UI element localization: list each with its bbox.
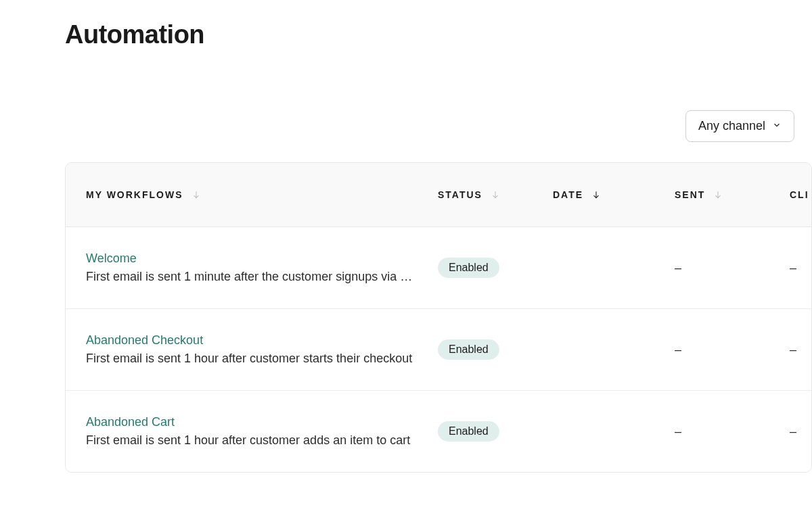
table-row: Abandoned Checkout First email is sent 1… xyxy=(66,309,811,391)
column-header-text: MY WORKFLOWS xyxy=(86,189,183,200)
sent-cell: – xyxy=(675,343,790,357)
status-badge: Enabled xyxy=(438,421,499,442)
column-header-text: CLI xyxy=(790,189,809,200)
table-row: Abandoned Cart First email is sent 1 hou… xyxy=(66,391,811,472)
workflow-cell: Abandoned Checkout First email is sent 1… xyxy=(86,333,438,366)
workflow-description: First email is sent 1 minute after the c… xyxy=(86,270,418,284)
channel-dropdown-label: Any channel xyxy=(698,119,765,133)
column-header-date[interactable]: DATE xyxy=(553,189,675,201)
status-badge: Enabled xyxy=(438,339,499,360)
click-cell: – xyxy=(790,425,812,439)
column-header-status[interactable]: STATUS xyxy=(438,189,553,201)
workflow-description: First email is sent 1 hour after custome… xyxy=(86,352,418,366)
workflows-table: MY WORKFLOWS STATUS DATE SENT xyxy=(65,162,812,473)
workflow-cell: Welcome First email is sent 1 minute aft… xyxy=(86,252,438,284)
workflow-description: First email is sent 1 hour after custome… xyxy=(86,433,418,448)
sent-cell: – xyxy=(675,261,790,275)
channel-dropdown[interactable]: Any channel xyxy=(685,110,794,142)
workflow-cell: Abandoned Cart First email is sent 1 hou… xyxy=(86,415,438,448)
arrow-down-icon xyxy=(190,189,202,201)
status-cell: Enabled xyxy=(438,258,553,278)
column-header-workflows[interactable]: MY WORKFLOWS xyxy=(86,189,438,201)
status-cell: Enabled xyxy=(438,421,553,442)
workflow-title-link[interactable]: Welcome xyxy=(86,252,438,266)
column-header-sent[interactable]: SENT xyxy=(675,189,790,201)
arrow-down-icon xyxy=(489,189,501,201)
arrow-down-icon xyxy=(590,189,602,201)
table-row: Welcome First email is sent 1 minute aft… xyxy=(66,227,811,309)
arrow-down-icon xyxy=(712,189,724,201)
table-body: Welcome First email is sent 1 minute aft… xyxy=(66,227,811,472)
filter-row: Any channel xyxy=(65,110,812,142)
click-cell: – xyxy=(790,261,812,275)
workflow-title-link[interactable]: Abandoned Checkout xyxy=(86,333,438,348)
column-header-text: STATUS xyxy=(438,189,482,200)
chevron-down-icon xyxy=(772,119,782,133)
status-cell: Enabled xyxy=(438,339,553,360)
table-header: MY WORKFLOWS STATUS DATE SENT xyxy=(66,163,811,227)
page-title: Automation xyxy=(65,20,812,49)
column-header-click[interactable]: CLI xyxy=(790,189,812,200)
sent-cell: – xyxy=(675,425,790,439)
click-cell: – xyxy=(790,343,812,357)
column-header-text: DATE xyxy=(553,189,583,200)
column-header-text: SENT xyxy=(675,189,705,200)
status-badge: Enabled xyxy=(438,258,499,278)
workflow-title-link[interactable]: Abandoned Cart xyxy=(86,415,438,429)
